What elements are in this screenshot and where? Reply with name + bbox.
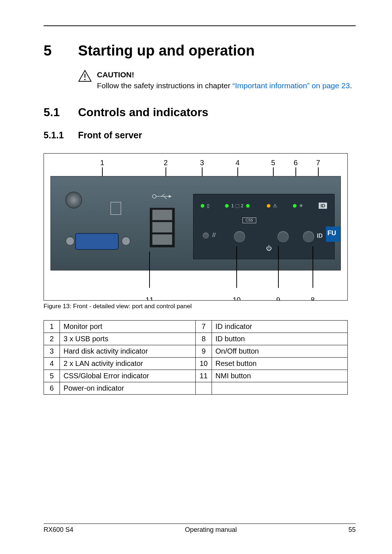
- legend-desc: NMI button: [212, 370, 347, 382]
- legend-desc: Power-on indicator: [60, 382, 196, 394]
- brand-tag: FU: [326, 227, 340, 242]
- server-front-panel-photo: ▯ 1 ⬚ 2 ⚠ ✳ ID CSS // ⏻ ID FU: [50, 176, 341, 270]
- reset-button-icon: [233, 231, 246, 243]
- id-indicator-label: ID: [319, 203, 327, 209]
- nmi-button-icon: [202, 232, 209, 239]
- table-row: 4 2 x LAN activity indicator 10 Reset bu…: [44, 357, 348, 370]
- svg-point-2: [84, 79, 86, 80]
- slash-icon: //: [212, 232, 216, 239]
- callout-11: 11: [146, 296, 154, 301]
- page-footer: RX600 S4 Operating manual 55: [44, 524, 356, 534]
- subsection-heading: 5.1.1 Front of server: [44, 130, 356, 140]
- callout-9: 9: [276, 296, 280, 301]
- callout-10: 10: [233, 296, 241, 301]
- legend-desc: 3 x USB ports: [60, 333, 196, 345]
- panel-marker: [110, 202, 121, 215]
- footer-page-number: 55: [348, 526, 356, 534]
- css-indicator-label: CSS: [242, 217, 256, 223]
- legend-num: 11: [196, 370, 212, 382]
- legend-desc: [212, 382, 347, 394]
- caution-text: CAUTION! Follow the safety instructions …: [97, 70, 352, 91]
- caution-body-post: .: [350, 81, 352, 90]
- screw-icon: [65, 192, 82, 208]
- legend-desc: 2 x LAN activity indicator: [60, 357, 196, 370]
- table-row: 3 Hard disk activity indicator 9 On/Off …: [44, 345, 348, 357]
- table-row: 2 3 x USB ports 8 ID button: [44, 333, 348, 345]
- leader-line: [313, 246, 313, 288]
- table-row: 6 Power-on indicator: [44, 382, 348, 394]
- power-indicator-icon: ✳: [293, 203, 303, 208]
- error-indicator-icon: ⚠: [267, 203, 277, 208]
- footer-doc-title: Operating manual: [185, 526, 237, 534]
- legend-num: 8: [196, 333, 212, 345]
- legend-desc: ID indicator: [212, 320, 347, 333]
- callout-8: 8: [311, 296, 315, 301]
- callout-1: 1: [100, 159, 104, 167]
- callout-4: 4: [236, 159, 240, 167]
- legend-num: 3: [44, 345, 60, 357]
- power-symbol-icon: ⏻: [266, 245, 272, 252]
- subsection-title: Front of server: [78, 130, 142, 140]
- lan-indicator-icon: 1 ⬚ 2: [225, 203, 251, 208]
- leader-line: [236, 246, 237, 288]
- id-button-label: ID: [317, 233, 323, 239]
- footer-rule: [44, 524, 356, 524]
- chapter-heading: 5 Starting up and operation: [44, 42, 356, 59]
- usb-port-icon: [152, 222, 172, 233]
- legend-num: 6: [44, 382, 60, 394]
- legend-num: [196, 382, 212, 394]
- legend-num: 2: [44, 333, 60, 345]
- svg-line-5: [162, 194, 164, 196]
- figure-13: 1 2 3 4 5 6 7 ▯ 1 ⬚ 2: [44, 153, 348, 301]
- usb-icon: [146, 192, 179, 202]
- svg-line-6: [164, 196, 167, 199]
- chapter-number: 5: [44, 42, 78, 59]
- footer-model: RX600 S4: [44, 526, 73, 534]
- legend-desc: ID button: [212, 333, 347, 345]
- usb-ports: [150, 208, 175, 248]
- legend-num: 9: [196, 345, 212, 357]
- section-title: Controls and indicators: [78, 106, 208, 119]
- legend-num: 1: [44, 320, 60, 333]
- svg-marker-7: [169, 195, 172, 198]
- callout-6: 6: [294, 159, 298, 167]
- callout-2: 2: [164, 159, 168, 167]
- callout-3: 3: [200, 159, 204, 167]
- id-button-icon: [302, 231, 315, 243]
- control-panel: ▯ 1 ⬚ 2 ⚠ ✳ ID CSS // ⏻ ID: [193, 194, 335, 259]
- legend-desc: CSS/Global Error indicator: [60, 370, 196, 382]
- legend-num: 5: [44, 370, 60, 382]
- caution-block: CAUTION! Follow the safety instructions …: [78, 70, 356, 91]
- legend-num: 10: [196, 357, 212, 370]
- legend-desc: Reset button: [212, 357, 347, 370]
- section-heading: 5.1 Controls and indicators: [44, 106, 356, 119]
- figure-caption: Figure 13: Front - detailed view: port a…: [44, 303, 356, 310]
- caution-label: CAUTION!: [97, 70, 352, 80]
- caution-icon: [78, 70, 92, 91]
- hex-screw-icon: [66, 237, 74, 245]
- legend-num: 7: [196, 320, 212, 333]
- leader-line: [149, 252, 150, 288]
- hdd-indicator-icon: ▯: [201, 203, 209, 208]
- chapter-title: Starting up and operation: [78, 42, 255, 59]
- legend-desc: Hard disk activity indicator: [60, 345, 196, 357]
- table-row: 1 Monitor port 7 ID indicator: [44, 320, 348, 333]
- vga-connector-icon: [75, 233, 119, 250]
- caution-body-pre: Follow the safety instructions in chapte…: [97, 81, 233, 90]
- legend-num: 4: [44, 357, 60, 370]
- vga-port: [67, 231, 129, 253]
- legend-table: 1 Monitor port 7 ID indicator 2 3 x USB …: [44, 320, 348, 395]
- subsection-number: 5.1.1: [44, 130, 78, 140]
- callout-7: 7: [316, 159, 320, 167]
- power-button-icon: [277, 231, 289, 243]
- caution-link[interactable]: “Important information” on page 23: [233, 81, 350, 90]
- section-number: 5.1: [44, 106, 78, 119]
- table-row: 5 CSS/Global Error indicator 11 NMI butt…: [44, 370, 348, 382]
- header-rule: [44, 25, 356, 26]
- leader-line: [278, 246, 279, 288]
- svg-point-3: [152, 195, 156, 198]
- legend-desc: Monitor port: [60, 320, 196, 333]
- legend-desc: On/Off button: [212, 345, 347, 357]
- indicator-row: ▯ 1 ⬚ 2 ⚠ ✳ ID: [201, 201, 327, 211]
- hex-screw-icon: [122, 237, 130, 245]
